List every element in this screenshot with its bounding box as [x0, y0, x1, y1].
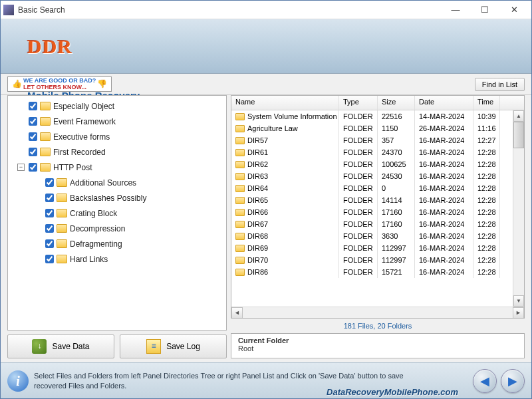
find-in-list-button[interactable]: Find in List: [475, 78, 525, 91]
column-time[interactable]: Time: [473, 96, 500, 110]
file-size: 112997: [378, 254, 415, 266]
file-name: DIR65: [247, 196, 268, 204]
tree-item-label: Additional Sources: [70, 178, 136, 188]
save-log-button[interactable]: Save Log: [120, 334, 227, 358]
table-row[interactable]: DIR66FOLDER1716016-MAR-202412:28: [231, 206, 524, 218]
file-date: 16-MAR-2024: [415, 242, 473, 254]
column-name[interactable]: Name: [231, 96, 339, 110]
tree-checkbox[interactable]: [45, 239, 54, 248]
file-hscrollbar[interactable]: ◄ ►: [231, 307, 524, 318]
table-row[interactable]: DIR69FOLDER11299716-MAR-202412:28: [231, 242, 524, 254]
scroll-left-icon[interactable]: ◄: [231, 307, 243, 319]
tree-scroll[interactable]: Especially ObjectEvent FrameworkExecutiv…: [8, 96, 226, 330]
file-date: 16-MAR-2024: [415, 158, 473, 170]
folder-icon: [235, 221, 245, 228]
file-date: 14-MAR-2024: [415, 110, 473, 122]
file-type: FOLDER: [339, 194, 378, 206]
file-date: 16-MAR-2024: [415, 134, 473, 146]
file-name: System Volume Information: [247, 112, 337, 120]
tree-item[interactable]: −HTTP Post: [8, 160, 226, 175]
table-row[interactable]: DIR68FOLDER363016-MAR-202412:28: [231, 230, 524, 242]
file-list-body[interactable]: System Volume InformationFOLDER2251614-M…: [231, 110, 524, 307]
file-size: 14114: [378, 194, 415, 206]
tree-item-label: Backslashes Possibly: [70, 194, 146, 203]
table-row[interactable]: DIR61FOLDER2437016-MAR-202412:28: [231, 146, 524, 158]
folder-icon: [40, 132, 51, 141]
scroll-thumb[interactable]: [513, 122, 524, 148]
close-button[interactable]: ✕: [499, 1, 529, 19]
folder-icon: [57, 224, 67, 233]
tree-checkbox[interactable]: [45, 194, 54, 202]
table-row[interactable]: DIR67FOLDER1716016-MAR-202412:28: [231, 218, 524, 230]
minimize-button[interactable]: —: [441, 1, 470, 19]
nav-forward-button[interactable]: ▶: [501, 369, 525, 393]
tree-checkbox[interactable]: [29, 148, 37, 156]
folder-icon: [235, 137, 245, 144]
tree-item-label: Hard Links: [70, 255, 108, 264]
table-row[interactable]: DIR62FOLDER10062516-MAR-202412:28: [231, 158, 524, 170]
scroll-track[interactable]: [513, 148, 524, 295]
table-row[interactable]: DIR86FOLDER1572116-MAR-202412:28: [231, 266, 524, 278]
table-row[interactable]: DIR65FOLDER1411416-MAR-202412:28: [231, 194, 524, 206]
tree-checkbox[interactable]: [29, 163, 37, 172]
folder-icon: [235, 173, 245, 180]
tree-item[interactable]: Backslashes Possibly: [8, 190, 226, 205]
tree-item-label: HTTP Post: [53, 163, 92, 172]
info-icon: i: [7, 370, 29, 392]
tree-checkbox[interactable]: [45, 224, 54, 233]
tree-item[interactable]: Additional Sources: [8, 175, 226, 190]
nav-back-button[interactable]: ◀: [473, 369, 497, 393]
tree-checkbox[interactable]: [45, 255, 54, 263]
tree-item[interactable]: Hard Links: [8, 251, 226, 267]
folder-icon: [235, 233, 245, 240]
file-name: DIR61: [247, 148, 268, 156]
expander-icon[interactable]: −: [17, 164, 25, 171]
file-size: 24530: [378, 170, 415, 182]
table-row[interactable]: DIR70FOLDER11299716-MAR-202412:28: [231, 254, 524, 266]
folder-icon: [235, 125, 245, 132]
scroll-down-icon[interactable]: ▼: [513, 295, 524, 307]
file-time: 10:39: [473, 110, 500, 122]
file-type: FOLDER: [339, 230, 378, 242]
tree-item[interactable]: Especially Object: [8, 98, 226, 114]
maximize-button[interactable]: ☐: [470, 1, 499, 19]
table-row[interactable]: Agriculture LawFOLDER115026-MAR-202411:1…: [231, 122, 524, 134]
table-row[interactable]: DIR57FOLDER35716-MAR-202412:27: [231, 134, 524, 146]
file-type: FOLDER: [339, 170, 378, 182]
folder-icon: [235, 197, 245, 204]
file-time: 12:28: [473, 182, 500, 194]
tree-checkbox[interactable]: [29, 102, 37, 110]
table-row[interactable]: System Volume InformationFOLDER2251614-M…: [231, 110, 524, 122]
tree-checkbox[interactable]: [45, 209, 54, 217]
file-date: 16-MAR-2024: [415, 230, 473, 242]
tree-checkbox[interactable]: [45, 178, 54, 187]
folder-icon: [235, 185, 245, 192]
scroll-up-icon[interactable]: ▲: [513, 110, 524, 122]
file-vscrollbar[interactable]: ▲ ▼: [513, 110, 524, 307]
file-date: 16-MAR-2024: [415, 194, 473, 206]
column-date[interactable]: Date: [415, 96, 473, 110]
save-data-button[interactable]: Save Data: [7, 334, 114, 358]
file-list: Name Type Size Date Time System Volume I…: [231, 95, 525, 319]
file-size: 24370: [378, 146, 415, 158]
file-type: FOLDER: [339, 206, 378, 218]
file-time: 12:28: [473, 170, 500, 182]
tree-item[interactable]: Crating Block: [8, 205, 226, 221]
file-name: Agriculture Law: [247, 124, 298, 132]
save-log-icon: [146, 339, 161, 354]
tree-item[interactable]: Executive forms: [8, 129, 226, 144]
tree-item[interactable]: Defragmenting: [8, 236, 226, 251]
tree-checkbox[interactable]: [29, 117, 37, 126]
tree-checkbox[interactable]: [29, 132, 37, 141]
tree-item-label: Especially Object: [53, 102, 114, 111]
scroll-right-icon[interactable]: ►: [513, 307, 524, 319]
column-size[interactable]: Size: [378, 96, 415, 110]
table-row[interactable]: DIR63FOLDER2453016-MAR-202412:28: [231, 170, 524, 182]
tree-item[interactable]: First Recorded: [8, 144, 226, 160]
table-row[interactable]: DIR64FOLDER016-MAR-202412:28: [231, 182, 524, 194]
file-time: 12:28: [473, 254, 500, 266]
watermark: DataRecoveryMobilePhone.com: [327, 387, 458, 397]
tree-item[interactable]: Decompression: [8, 221, 226, 236]
tree-item[interactable]: Event Framework: [8, 114, 226, 129]
column-type[interactable]: Type: [339, 96, 378, 110]
